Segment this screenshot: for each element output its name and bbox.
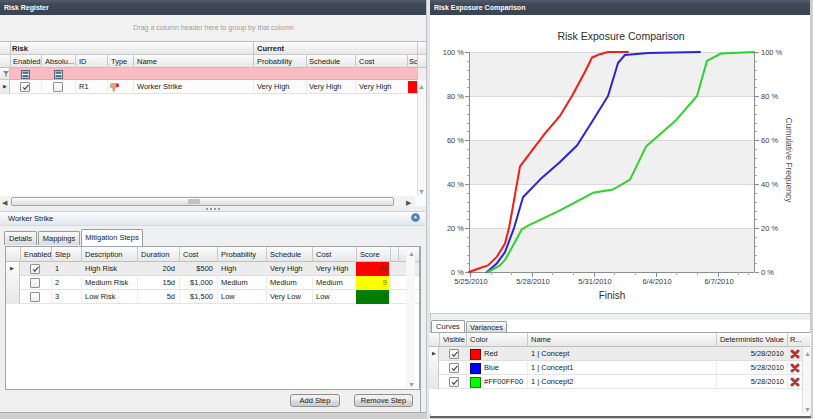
svg-text:5/25/2010: 5/25/2010 (454, 277, 487, 286)
svg-text:Cumulative Frequency: Cumulative Frequency (784, 117, 794, 203)
svg-text:100 %: 100 % (761, 48, 783, 57)
svg-text:20 %: 20 % (447, 224, 464, 233)
svg-text:Risk Exposure Comparison: Risk Exposure Comparison (557, 30, 684, 42)
svg-text:0 %: 0 % (761, 268, 774, 277)
svg-text:6/4/2010: 6/4/2010 (642, 277, 671, 286)
svg-text:5/28/2010: 5/28/2010 (516, 277, 549, 286)
svg-text:60 %: 60 % (761, 136, 778, 145)
svg-text:20 %: 20 % (761, 224, 778, 233)
svg-text:40 %: 40 % (761, 180, 778, 189)
svg-text:Finish: Finish (599, 290, 626, 301)
svg-text:80 %: 80 % (447, 92, 464, 101)
svg-text:5/31/2010: 5/31/2010 (578, 277, 611, 286)
svg-text:0 %: 0 % (451, 268, 464, 277)
svg-text:80 %: 80 % (761, 92, 778, 101)
svg-text:6/7/2010: 6/7/2010 (704, 277, 733, 286)
svg-text:40 %: 40 % (447, 180, 464, 189)
svg-text:100 %: 100 % (443, 48, 465, 57)
svg-text:60 %: 60 % (447, 136, 464, 145)
